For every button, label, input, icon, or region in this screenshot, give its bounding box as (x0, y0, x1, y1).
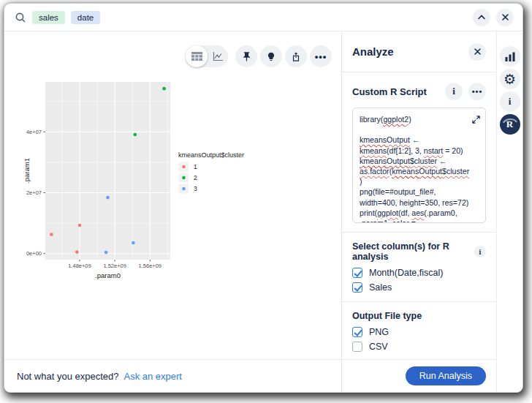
svg-text:.param1: .param1 (23, 158, 31, 184)
checkbox-month[interactable] (352, 268, 362, 278)
chart-view-button[interactable] (208, 45, 228, 67)
ask-expert-link[interactable]: Ask an expert (123, 371, 182, 382)
pin-button[interactable] (235, 45, 257, 67)
checkbox-png[interactable] (352, 327, 362, 337)
script-more-button[interactable]: ••• (468, 83, 486, 100)
footer-question: Not what you expected? (17, 371, 118, 382)
sidebar-settings-button[interactable]: ⚙ (500, 69, 520, 89)
r-logo-icon: R (506, 118, 513, 130)
table-view-button[interactable] (186, 45, 208, 67)
checkbox-label: Sales (369, 282, 392, 293)
script-info-button[interactable]: i (445, 83, 463, 100)
checkbox-csv[interactable] (352, 342, 362, 352)
info-icon: i (452, 86, 455, 97)
scatter-plot: 1.48e+091.52e+091.56e+090e+002e+074e+07.… (23, 69, 267, 296)
search-tag-sales[interactable]: sales (32, 11, 65, 24)
chart-pane: ••• 1.48e+091.52e+091.56e+090e+002e+074e… (4, 31, 341, 392)
right-sidebar: ⚙ i R (496, 31, 522, 392)
gear-icon: ⚙ (503, 72, 516, 86)
columns-heading: Select column(s) for R analysis (352, 241, 470, 262)
table-icon (191, 52, 202, 61)
checkbox-sales[interactable] (352, 282, 362, 293)
svg-text:4e+07: 4e+07 (26, 129, 42, 135)
columns-section: Select column(s) for R analysis i Month(… (352, 241, 486, 293)
checkbox-label: CSV (369, 342, 388, 352)
expand-icon[interactable] (472, 113, 480, 127)
expert-footer: Not what you expected? Ask an expert (4, 359, 341, 392)
search-icon (15, 12, 26, 23)
output-heading: Output File type (352, 311, 422, 321)
svg-text:0e+00: 0e+00 (26, 250, 42, 257)
share-icon (291, 51, 301, 62)
svg-text:1: 1 (194, 163, 197, 170)
r-script-editor[interactable]: library(ggplot2) kmeansOutput ← kmeans(d… (352, 108, 486, 223)
close-icon (474, 48, 481, 55)
close-icon (502, 14, 509, 20)
share-button[interactable] (285, 45, 307, 67)
script-header: Custom R Script i ••• (352, 83, 486, 100)
divider (342, 301, 496, 302)
run-analysis-button[interactable]: Run Analysis (406, 366, 486, 385)
svg-text:1.48e+09: 1.48e+09 (68, 263, 91, 269)
lightbulb-icon (266, 51, 276, 62)
checkbox-label: Month(Date,fiscal) (369, 268, 443, 278)
chevron-up-icon (478, 15, 485, 20)
close-button[interactable] (496, 9, 514, 26)
analyze-panel-header: Analyze (342, 31, 496, 72)
analyze-panel-footer: Run Analysis (342, 359, 496, 392)
info-icon: i (509, 96, 512, 108)
panel-title: Analyze (352, 45, 394, 58)
line-chart-icon (213, 51, 224, 61)
column-option-row: Sales (352, 282, 486, 293)
output-section: Output File type PNG CSV (352, 311, 486, 352)
output-option-row: CSV (352, 342, 486, 352)
analytics-window: sales date (4, 3, 523, 393)
sidebar-r-script-button[interactable]: R (500, 114, 520, 135)
svg-text:kmeansOutput$cluster: kmeansOutput$cluster (178, 151, 244, 159)
svg-text:1.56e+09: 1.56e+09 (139, 263, 162, 269)
ellipsis-icon: ••• (472, 87, 483, 96)
bar-chart-icon (505, 52, 515, 61)
svg-text:2: 2 (194, 174, 197, 181)
divider (342, 232, 496, 233)
checkbox-label: PNG (369, 327, 389, 337)
svg-text:.param0: .param0 (95, 271, 121, 279)
search-input[interactable] (106, 12, 467, 23)
analyze-panel: Analyze Custom R Script i ••• library(gg (341, 31, 496, 392)
pin-icon (241, 51, 252, 62)
collapse-button[interactable] (473, 9, 490, 26)
analyze-panel-content: Custom R Script i ••• library(ggplot2) k… (342, 72, 496, 359)
svg-text:2e+07: 2e+07 (26, 189, 42, 196)
view-toggle (186, 45, 228, 67)
output-option-row: PNG (352, 327, 486, 337)
column-option-row: Month(Date,fiscal) (352, 268, 486, 278)
svg-text:1.52e+09: 1.52e+09 (103, 263, 126, 269)
r-script-text[interactable]: library(ggplot2) kmeansOutput ← kmeans(d… (360, 114, 471, 223)
search-bar: sales date (4, 4, 522, 31)
custom-r-script-label: Custom R Script (352, 86, 439, 97)
insights-button[interactable] (260, 45, 282, 67)
ellipsis-icon: ••• (315, 51, 327, 62)
chart-toolbar: ••• (186, 45, 332, 67)
columns-info-icon[interactable]: i (474, 246, 486, 257)
search-tag-date[interactable]: date (71, 11, 100, 24)
more-options-button[interactable]: ••• (310, 45, 332, 67)
analyze-close-button[interactable] (468, 43, 486, 61)
sidebar-charts-button[interactable] (500, 46, 520, 67)
sidebar-info-button[interactable]: i (500, 91, 520, 112)
svg-text:3: 3 (194, 185, 197, 192)
